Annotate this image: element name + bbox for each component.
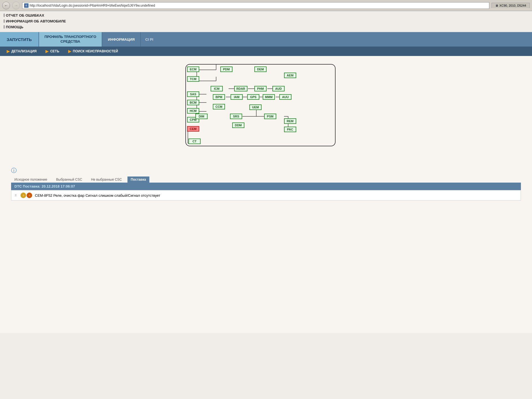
arrow-icon-3: ▶ <box>68 49 71 53</box>
info-section: ⓘ <box>11 167 521 174</box>
ecu-gps[interactable]: GPS <box>247 94 259 100</box>
ecu-ccm[interactable]: CCM <box>213 104 225 109</box>
back-button[interactable]: ← <box>2 2 10 9</box>
cipi-button[interactable]: CI PI <box>141 32 158 47</box>
url-text: http://localhost/Vida/Login.do;jsessioni… <box>30 4 155 7</box>
top-menu: ⁞ ОТЧЕТ ОБ ОШИБКАХ ⁞ ИНФОРМАЦИЯ ОБ АВТОМ… <box>0 11 532 32</box>
ecu-sas[interactable]: SAS <box>187 91 199 97</box>
dtc-header: DTC Поставка: 20.12.2018 17:06:07 <box>11 183 521 190</box>
tab-selected[interactable]: Выбранный CSC <box>53 177 86 183</box>
tab-not-selected[interactable]: Не выбранные CSC <box>88 177 125 183</box>
ecu-bpm[interactable]: BPM <box>213 94 225 100</box>
ecu-icm[interactable]: ICM <box>211 86 223 91</box>
tab-delivery[interactable]: Поставка <box>127 177 149 183</box>
subnav-detail[interactable]: ▶ ДЕТАЛИЗАЦИЯ <box>2 49 41 53</box>
ecu-rdar[interactable]: RDAR <box>234 86 247 91</box>
ecu-dim[interactable]: DIM <box>195 114 208 119</box>
tab-icon: 🖥 <box>495 4 498 7</box>
ecu-dem[interactable]: DEM <box>254 66 267 72</box>
menu-item-2[interactable]: ⁞ ИНФОРМАЦИЯ ОБ АВТОМОБИЛЕ <box>3 19 529 24</box>
forward-button[interactable]: → <box>12 2 20 9</box>
ecu-hcm[interactable]: HCM <box>187 108 199 114</box>
dtc-icon-pair: ⚠ ⚠ <box>21 193 32 198</box>
menu-dots-1: ⁞ <box>3 13 5 18</box>
sub-nav: ▶ ДЕТАЛИЗАЦИЯ ▶ СЕТЬ ▶ ПОИСК НЕИСПРАВНОС… <box>0 47 532 56</box>
ecu-diagram: ECM TCM SAS BCM HCM CPM CEM CT PDM DEM <box>169 62 363 158</box>
ecu-pdm[interactable]: PDM <box>220 66 232 72</box>
ecu-psm[interactable]: PSM <box>264 114 276 119</box>
menu-item-1[interactable]: ⁞ ОТЧЕТ ОБ ОШИБКАХ <box>3 13 529 18</box>
nav-bar: ЗАПУСТИТЬ ПРОФИЛЬ ТРАНСПОРТНОГО СРЕДСТВА… <box>0 32 532 47</box>
ecu-tcm[interactable]: TCM <box>187 76 199 82</box>
ecu-iam[interactable]: IAM <box>231 94 243 100</box>
dtc-text: CEM-8F52 Реле, очистка фар Сигнал слишко… <box>35 193 160 198</box>
subnav-network[interactable]: ▶ СЕТЬ <box>41 49 64 53</box>
address-bar[interactable]: e http://localhost/Vida/Login.do;jsessio… <box>22 2 489 9</box>
menu-item-3[interactable]: ⁞ ПОМОЩЬ <box>3 24 529 30</box>
info-button[interactable]: ИНФОРМАЦИЯ <box>102 32 141 47</box>
main-content: ECM TCM SAS BCM HCM CPM CEM CT PDM DEM <box>0 56 532 333</box>
status-bar: ⓘ Исходное положение Выбранный CSC Не вы… <box>6 167 526 201</box>
subnav-fault[interactable]: ▶ ПОИСК НЕИСПРАВНОСТЕЙ <box>64 49 122 53</box>
dtc-row[interactable]: ⠿ ⚠ ⚠ CEM-8F52 Реле, очистка фар Сигнал … <box>11 190 521 201</box>
arrow-icon-2: ▶ <box>45 49 48 53</box>
arrow-icon-1: ▶ <box>7 49 10 53</box>
ecu-ecm[interactable]: ECM <box>187 66 199 72</box>
ecu-cem[interactable]: CEM <box>187 126 199 132</box>
ecu-bcm[interactable]: BCM <box>187 100 199 105</box>
row-dots: ⠿ <box>15 194 17 197</box>
ecu-aem[interactable]: AEM <box>284 73 296 78</box>
ecu-ct[interactable]: CT <box>188 139 201 144</box>
menu-dots-2: ⁞ <box>3 19 5 24</box>
ecu-pac[interactable]: PAC <box>284 127 296 132</box>
tab-label: XC90, 2010, D5244 <box>499 4 526 7</box>
status-tabs: Исходное положение Выбранный CSC Не выбр… <box>11 177 521 183</box>
launch-button[interactable]: ЗАПУСТИТЬ <box>0 32 39 47</box>
ecu-mmm[interactable]: MMM <box>263 94 275 100</box>
browser-icon: e <box>24 3 29 8</box>
app-wrapper: ⁞ ОТЧЕТ ОБ ОШИБКАХ ⁞ ИНФОРМАЦИЯ ОБ АВТОМ… <box>0 11 532 399</box>
ecu-diagram-wrapper: ECM TCM SAS BCM HCM CPM CEM CT PDM DEM <box>169 62 363 158</box>
browser-chrome: ← → e http://localhost/Vida/Login.do;jse… <box>0 0 532 11</box>
ecu-ddm[interactable]: DDM <box>232 122 244 128</box>
profile-button[interactable]: ПРОФИЛЬ ТРАНСПОРТНОГО СРЕДСТВА <box>39 32 103 47</box>
ecu-aud[interactable]: AUD <box>272 86 285 91</box>
dtc-icon-yellow: ⚠ <box>21 193 26 198</box>
ecu-uem[interactable]: UEM <box>249 104 262 110</box>
menu-dots-3: ⁞ <box>3 24 5 30</box>
ecu-srs[interactable]: SRS <box>230 114 242 119</box>
dtc-icon-orange: ⚠ <box>27 193 32 198</box>
ecu-phm[interactable]: PHM <box>254 86 267 91</box>
browser-tab[interactable]: 🖥 XC90, 2010, D5244 <box>492 3 530 8</box>
ecu-rem[interactable]: REM <box>284 118 296 124</box>
ecu-auu[interactable]: AUU <box>279 94 291 100</box>
tab-initial[interactable]: Исходное положение <box>11 177 51 183</box>
info-icon[interactable]: ⓘ <box>11 167 17 173</box>
